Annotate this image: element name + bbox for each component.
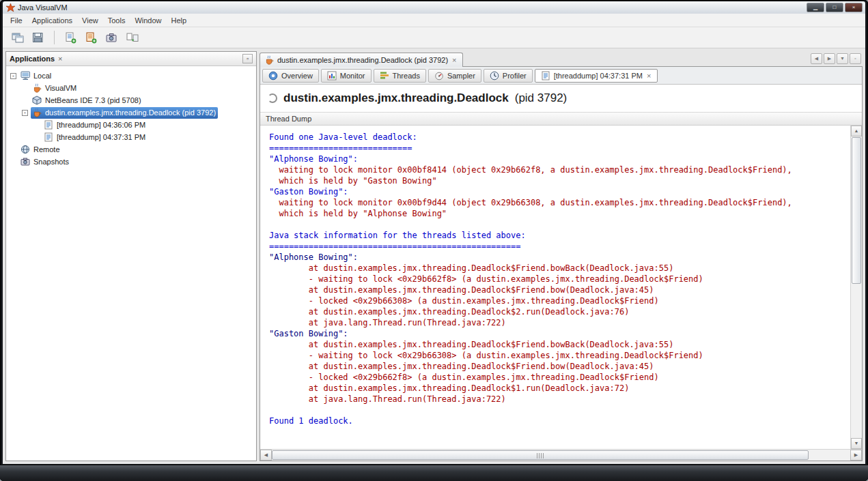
tree-spacer: . — [10, 147, 16, 153]
applications-panel-float-button[interactable]: ▫ — [242, 54, 253, 63]
applications-panel: Applications × ▫ -Local.VisualVM.NetBean… — [5, 51, 257, 461]
thread-dump-line: at java.lang.Thread.run(Thread.java:722) — [269, 394, 850, 405]
netbeans-icon — [31, 96, 42, 106]
thread-dump-line: waiting to lock monitor 0x00bf9d44 (obje… — [269, 197, 850, 208]
subtab-label: Sampler — [447, 72, 475, 80]
tree-item[interactable]: .NetBeans IDE 7.3 (pid 5708) — [6, 94, 256, 106]
thread-dump-line: - waiting to lock <0x29b662f8> (a dustin… — [269, 274, 850, 285]
thread-dump-line: ============================= — [269, 143, 850, 154]
threaddump-view: dustin.examples.jmx.threading.Deadlock (… — [260, 85, 862, 461]
applications-tree: -Local.VisualVM.NetBeans IDE 7.3 (pid 57… — [6, 66, 256, 461]
thread-dump-viewport: Found one Java-level deadlock:==========… — [260, 126, 862, 449]
restore-button[interactable]: □ — [826, 3, 843, 12]
document-tab-deadlock[interactable]: dustin.examples.jmx.threading.Deadlock (… — [260, 53, 463, 67]
horizontal-scrollbar-thumb[interactable] — [272, 450, 809, 460]
scroll-down-button[interactable]: ▼ — [851, 438, 862, 449]
add-thread-dump-icon — [65, 32, 76, 44]
tree-item[interactable]: -Local — [6, 70, 256, 82]
scroll-tabs-right-button[interactable]: ▶ — [824, 53, 835, 64]
subtab-overview[interactable]: Overview — [262, 69, 319, 83]
subtab-profiler[interactable]: Profiler — [484, 69, 533, 83]
toolbar — [3, 27, 865, 48]
save-view-button[interactable] — [29, 29, 47, 46]
subtab-threaddump-04-37-31-pm[interactable]: [threaddump] 04:37:31 PM× — [535, 69, 658, 83]
subtab-monitor[interactable]: Monitor — [321, 69, 372, 83]
thread-dump-line: - waiting to lock <0x29b66308> (a dustin… — [269, 350, 850, 361]
tree-node-body[interactable]: Local — [19, 70, 53, 82]
tree-node-body[interactable]: VisualVM — [31, 83, 79, 94]
subtab-sampler[interactable]: Sampler — [428, 69, 481, 83]
add-heap-dump-button[interactable] — [82, 29, 100, 46]
titlebar[interactable]: Java VisualVM ▁□× — [3, 1, 865, 14]
subtab-close-icon[interactable]: × — [646, 72, 652, 79]
thread-dump-line: at dustin.examples.jmx.threading.Deadloc… — [269, 285, 850, 295]
tree-spacer: . — [22, 98, 28, 104]
application-heading-pid: (pid 3792) — [515, 91, 568, 105]
tree-item[interactable]: -dustin.examples.jmx.threading.Deadlock … — [6, 106, 256, 119]
tree-item[interactable]: .Remote — [6, 143, 256, 156]
menu-help[interactable]: Help — [167, 14, 192, 27]
menu-view[interactable]: View — [77, 14, 103, 27]
tab-list-button[interactable]: ▼ — [837, 53, 848, 64]
menu-file[interactable]: File — [5, 14, 27, 27]
java-cup-icon — [31, 83, 42, 93]
threads-icon — [380, 71, 389, 81]
thread-dump-line: at dustin.examples.jmx.threading.Deadloc… — [269, 306, 850, 317]
tree-node-body[interactable]: [threaddump] 04:36:06 PM — [42, 119, 148, 131]
tree-expander-icon[interactable]: - — [22, 110, 28, 116]
tree-node-body[interactable]: dustin.examples.jmx.threading.Deadlock (… — [31, 107, 218, 119]
menu-applications[interactable]: Applications — [27, 14, 77, 27]
thread-dump-line: at dustin.examples.jmx.threading.Deadloc… — [269, 339, 850, 350]
thread-dump-line: - locked <0x29b662f8> (a dustin.examples… — [269, 372, 850, 383]
tree-item[interactable]: .[threaddump] 04:36:06 PM — [6, 119, 256, 131]
thread-dump-line: which is held by "Alphonse Bowing" — [269, 208, 850, 219]
tree-item[interactable]: .Snapshots — [6, 156, 256, 168]
horizontal-scrollbar[interactable]: ◀ ▶ — [260, 449, 862, 461]
applications-panel-close-icon[interactable]: × — [58, 55, 62, 63]
tree-node-body[interactable]: Snapshots — [19, 156, 71, 168]
close-button[interactable]: × — [845, 3, 863, 12]
thread-dump-line: - locked <0x29b66308> (a dustin.examples… — [269, 295, 850, 306]
open-applications-window-icon — [12, 32, 24, 43]
tree-node-body[interactable]: NetBeans IDE 7.3 (pid 5708) — [31, 95, 143, 106]
subtab-bar: OverviewMonitorThreadsSamplerProfiler[th… — [260, 67, 862, 85]
document-tab-close-icon[interactable]: × — [451, 57, 457, 63]
take-snapshot-button[interactable] — [102, 29, 121, 46]
open-applications-window-button[interactable] — [8, 29, 27, 46]
java-cup-icon — [265, 55, 274, 65]
scroll-up-button[interactable]: ▲ — [851, 126, 862, 136]
subtab-label: Monitor — [340, 72, 365, 80]
minimize-button[interactable]: ▁ — [807, 3, 824, 12]
application-heading: dustin.examples.jmx.threading.Deadlock — [283, 91, 509, 105]
scroll-left-button[interactable]: ◀ — [260, 450, 272, 461]
tree-item[interactable]: .VisualVM — [6, 82, 256, 94]
thread-dump-line: "Gaston Bowing": — [269, 328, 850, 339]
vertical-scrollbar[interactable]: ▲ ▼ — [850, 126, 862, 449]
workspace: Applications × ▫ -Local.VisualVM.NetBean… — [3, 48, 865, 464]
threaddump-icon — [541, 71, 550, 81]
compare-snapshots-button[interactable] — [123, 29, 141, 46]
tree-node-body[interactable]: [threaddump] 04:37:31 PM — [42, 132, 148, 143]
thread-dump-line: "Gaston Bowing": — [269, 186, 850, 197]
tree-spacer: . — [33, 134, 40, 141]
tree-node-body[interactable]: Remote — [19, 144, 62, 156]
add-thread-dump-button[interactable] — [61, 29, 80, 46]
menu-tools[interactable]: Tools — [103, 14, 130, 27]
thread-dump-line: waiting to lock monitor 0x00bf8414 (obje… — [269, 164, 850, 175]
document-tab-label: dustin.examples.jmx.threading.Deadlock (… — [277, 56, 448, 64]
scroll-tabs-left-button[interactable]: ◀ — [811, 53, 822, 64]
float-group-button[interactable]: ▫ — [850, 53, 861, 64]
tree-item[interactable]: .[threaddump] 04:37:31 PM — [6, 131, 256, 143]
thread-dump-line — [269, 405, 850, 416]
thread-dump-line: Found 1 deadlock. — [269, 416, 850, 426]
thread-dump-line: at dustin.examples.jmx.threading.Deadloc… — [269, 383, 850, 394]
scroll-right-button[interactable]: ▶ — [850, 450, 862, 461]
subtab-threads[interactable]: Threads — [374, 69, 426, 83]
thread-dump-line — [269, 219, 850, 230]
remote-icon — [20, 145, 31, 155]
thread-dump-line: Java stack information for the threads l… — [269, 230, 850, 241]
vertical-scrollbar-thumb[interactable] — [852, 137, 861, 284]
tree-item-label: dustin.examples.jmx.threading.Deadlock (… — [45, 108, 216, 117]
menu-window[interactable]: Window — [130, 14, 166, 27]
tree-expander-icon[interactable]: - — [10, 73, 16, 79]
